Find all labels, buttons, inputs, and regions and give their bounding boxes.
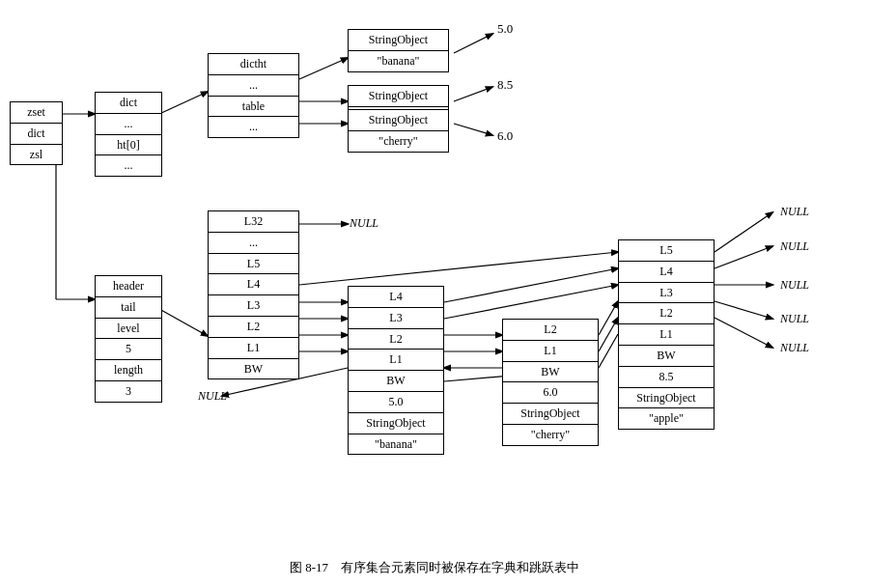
svg-line-8 [454, 87, 492, 101]
svg-line-17 [444, 285, 618, 319]
svg-line-23 [715, 246, 772, 268]
score-6: 6.0 [497, 128, 513, 144]
svg-line-31 [299, 252, 618, 285]
svg-line-16 [444, 268, 618, 302]
node2-box: L2 L1 BW 6.0 StringObject "cherry" [502, 319, 599, 446]
null-bw-header: NULL [198, 389, 227, 404]
node1-box: L4 L3 L2 L1 BW 5.0 StringObject "banana" [348, 286, 444, 455]
zset-label: zset [11, 102, 62, 124]
string-banana-box: StringObject "banana" [348, 29, 449, 72]
svg-line-3 [159, 92, 208, 114]
zset-zsl: zsl [11, 145, 62, 165]
caption: 图 8-17 有序集合元素同时被保存在字典和跳跃表中 [0, 559, 869, 576]
svg-line-21 [599, 318, 618, 351]
string-cherry-box: StringObject "cherry" [348, 109, 449, 153]
figure-description: 有序集合元素同时被保存在字典和跳跃表中 [341, 560, 579, 574]
zset-dict: dict [11, 124, 62, 145]
svg-line-26 [715, 318, 772, 348]
svg-line-25 [715, 301, 772, 319]
svg-line-20 [599, 301, 618, 335]
score-5: 5.0 [497, 21, 513, 37]
dict-box: dict ... ht[0] ... [95, 92, 162, 177]
svg-line-4 [299, 58, 348, 79]
null-r1: NULL [780, 205, 809, 219]
null-r2: NULL [780, 239, 809, 254]
svg-line-10 [159, 309, 208, 336]
skip-header-node: L32 ... L5 L4 L3 L2 L1 BW [208, 210, 299, 379]
null-l32: NULL [350, 216, 378, 231]
score-8: 8.5 [497, 77, 513, 93]
arrows-svg [0, 0, 869, 541]
svg-line-9 [454, 124, 492, 135]
figure-label: 图 8-17 [290, 560, 328, 574]
node3-box: L5 L4 L3 L2 L1 BW 8.5 StringObject "appl… [618, 239, 715, 430]
null-r5: NULL [780, 341, 809, 355]
header-box: header tail level 5 length 3 [95, 275, 162, 403]
dictht-box: dictht ... table ... [208, 53, 299, 138]
zset-box: zset dict zsl [10, 101, 63, 165]
null-r3: NULL [780, 278, 809, 293]
diagram-area: zset dict zsl dict ... ht[0] ... dictht … [0, 0, 869, 541]
svg-line-28 [599, 334, 618, 368]
null-r4: NULL [780, 312, 809, 326]
svg-line-22 [715, 212, 772, 252]
svg-line-7 [454, 34, 492, 53]
